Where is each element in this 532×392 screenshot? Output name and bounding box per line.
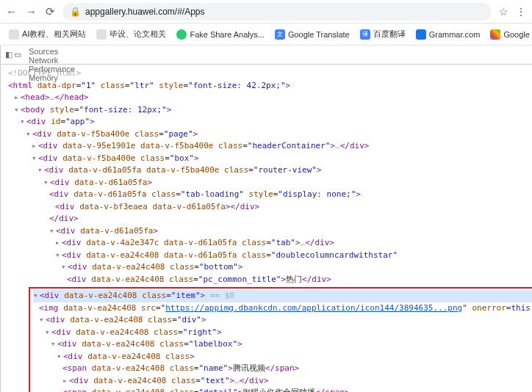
elements-panel[interactable]: <!DOCTYPE html> <html data-dpr="1" class… <box>1 65 532 392</box>
bookmark-item[interactable]: Google <box>490 29 529 40</box>
bookmark-icon: 文 <box>275 29 285 40</box>
browser-toolbar: ← → ⟳ 🔒 appgallery.huawei.com/#/Apps ☆ ⋮ <box>0 0 532 23</box>
bookmark-icon <box>176 29 187 40</box>
star-icon[interactable]: ☆ <box>499 6 508 18</box>
bookmark-icon <box>96 29 107 40</box>
bookmark-icon <box>490 29 500 40</box>
bookmark-label: Google <box>503 30 529 39</box>
bookmark-item[interactable]: 文Google Translate <box>275 29 350 40</box>
bookmark-item[interactable]: Fake Share Analys... <box>176 29 265 40</box>
bookmark-label: Google Translate <box>288 30 350 39</box>
reload-icon[interactable]: ⟳ <box>46 5 55 18</box>
bookmarks-bar: AI教程、相关网站毕设、论文相关Fake Share Analys...文Goo… <box>0 23 532 46</box>
bookmark-item[interactable]: 译百度翻译 <box>360 29 406 40</box>
device-icon[interactable]: ▭ <box>14 50 21 59</box>
devtools-tab[interactable]: Network <box>23 56 81 65</box>
forward-icon[interactable]: → <box>26 5 37 18</box>
bookmark-icon <box>9 29 19 40</box>
devtools-tabs: ◧ ▭ ElementsConsoleSourcesNetworkPerform… <box>1 46 532 65</box>
bookmark-item[interactable]: Grammar.com <box>416 29 481 40</box>
menu-icon[interactable]: ⋮ <box>516 6 526 18</box>
lock-icon: 🔒 <box>70 7 81 17</box>
back-icon[interactable]: ← <box>6 5 17 18</box>
url-bar[interactable]: 🔒 appgallery.huawei.com/#/Apps <box>62 3 492 21</box>
devtools-panel: ◧ ▭ ElementsConsoleSourcesNetworkPerform… <box>0 46 532 392</box>
bookmark-label: Fake Share Analys... <box>190 30 265 39</box>
bookmark-icon <box>416 29 426 40</box>
url-text: appgallery.huawei.com/#/Apps <box>85 7 205 17</box>
bookmark-item[interactable]: 毕设、论文相关 <box>96 29 166 40</box>
devtools-tab[interactable]: Sources <box>23 47 81 56</box>
bookmark-label: 毕设、论文相关 <box>109 29 166 40</box>
bookmark-label: 百度翻译 <box>373 29 406 40</box>
bookmark-label: AI教程、相关网站 <box>22 29 86 40</box>
bookmark-item[interactable]: AI教程、相关网站 <box>9 29 86 40</box>
bookmark-label: Grammar.com <box>429 30 481 39</box>
highlighted-dom-block: ▾<div data-v-ea24c408 class="item"> == $… <box>29 287 532 392</box>
inspect-icon[interactable]: ◧ <box>5 50 12 59</box>
bookmark-icon: 译 <box>360 29 370 40</box>
